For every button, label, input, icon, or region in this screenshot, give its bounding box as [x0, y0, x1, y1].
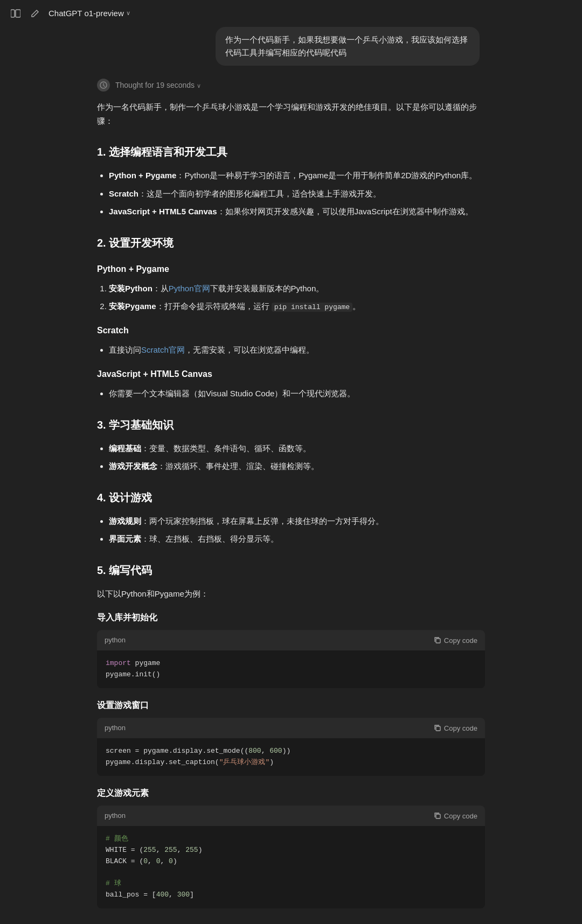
chevron-down-icon: ∨ [126, 9, 130, 18]
copy-code-button[interactable]: Copy code [434, 636, 477, 645]
code-line: # 球 [106, 878, 476, 890]
main-content: 作为一个代码新手，如果我想要做一个乒乓小游戏，我应该如何选择代码工具并编写相应的… [86, 27, 496, 924]
keyword: import [106, 659, 131, 667]
copy-code-button[interactable]: Copy code [434, 812, 477, 820]
code-block-3-header: python Copy code [97, 806, 485, 826]
section2-heading: 2. 设置开发环境 [97, 234, 485, 252]
code-block-3-body: # 颜色 WHITE = (255, 255, 255) BLACK = (0,… [97, 826, 485, 908]
thought-chevron-icon: ∨ [197, 82, 201, 89]
code-line: ball_pos = [400, 300] [106, 890, 476, 901]
code-line: # 颜色 [106, 834, 476, 845]
list-item: 安装Python：从Python官网下载并安装最新版本的Python。 [109, 282, 485, 296]
model-name: ChatGPT o1-preview [48, 7, 124, 20]
item-bold: 安装Python [109, 284, 153, 293]
item-bold: JavaScript + HTML5 Canvas [109, 207, 217, 216]
copy-code-button[interactable]: Copy code [434, 724, 477, 732]
item-bold: 编程基础 [109, 444, 141, 453]
svg-rect-1 [16, 10, 20, 17]
code-lang-label: python [105, 722, 126, 734]
section2-sub2-list: 直接访问Scratch官网，无需安装，可以在浏览器中编程。 [97, 343, 485, 357]
section3-heading: 3. 学习基础知识 [97, 416, 485, 434]
list-item: 游戏开发概念：游戏循环、事件处理、渲染、碰撞检测等。 [109, 459, 485, 473]
item-bold: Scratch [109, 189, 138, 198]
code-lang-label: python [105, 634, 126, 646]
code-line [106, 867, 476, 879]
inline-code: pip install pygame [272, 303, 352, 312]
svg-rect-5 [436, 814, 440, 818]
user-message: 作为一个代码新手，如果我想要做一个乒乓小游戏，我应该如何选择代码工具并编写相应的… [216, 27, 480, 66]
list-item: 直接访问Scratch官网，无需安装，可以在浏览器中编程。 [109, 343, 485, 357]
code-line: screen = pygame.display.set_mode((800, 6… [106, 746, 476, 757]
model-title[interactable]: ChatGPT o1-preview ∨ [48, 7, 130, 20]
list-item: Python + Pygame：Python是一种易于学习的语言，Pygame是… [109, 169, 485, 183]
scratch-link[interactable]: Scratch官网 [141, 345, 185, 354]
section1-heading: 1. 选择编程语言和开发工具 [97, 143, 485, 161]
section2-sub3-heading: JavaScript + HTML5 Canvas [97, 367, 485, 381]
code-section2-title: 设置游戏窗口 [97, 698, 485, 712]
code-section3-title: 定义游戏元素 [97, 786, 485, 800]
section2-sub1-list: 安装Python：从Python官网下载并安装最新版本的Python。 安装Py… [97, 282, 485, 314]
code-block-3: python Copy code # 颜色 WHITE = (255, 255,… [97, 806, 485, 908]
item-bold: 游戏开发概念 [109, 461, 157, 471]
code-lang-label: python [105, 810, 126, 822]
section4-list: 游戏规则：两个玩家控制挡板，球在屏幕上反弹，未接住球的一方对手得分。 界面元素：… [97, 514, 485, 546]
code-line: pygame.init() [106, 669, 476, 681]
section5-heading: 5. 编写代码 [97, 561, 485, 579]
code-line: pygame.display.set_caption("乒乓球小游戏") [106, 757, 476, 768]
app-header: ChatGPT o1-preview ∨ [0, 0, 582, 27]
code-line: WHITE = (255, 255, 255) [106, 845, 476, 856]
svg-rect-4 [436, 726, 440, 731]
list-item: 界面元素：球、左挡板、右挡板、得分显示等。 [109, 532, 485, 546]
list-item: JavaScript + HTML5 Canvas：如果你对网页开发感兴趣，可以… [109, 205, 485, 219]
code-block-1: python Copy code import pygame pygame.in… [97, 630, 485, 688]
list-item: 编程基础：变量、数据类型、条件语句、循环、函数等。 [109, 442, 485, 456]
code-block-2: python Copy code screen = pygame.display… [97, 718, 485, 776]
section2-sub2-heading: Scratch [97, 323, 485, 338]
edit-button[interactable] [28, 6, 42, 20]
section4-heading: 4. 设计游戏 [97, 488, 485, 507]
list-item: 安装Pygame：打开命令提示符或终端，运行 pip install pygam… [109, 299, 485, 313]
item-bold: 界面元素 [109, 534, 141, 543]
section5-intro: 以下以Python和Pygame为例： [97, 587, 485, 601]
section2-sub3-list: 你需要一个文本编辑器（如Visual Studio Code）和一个现代浏览器。 [97, 387, 485, 401]
code-block-2-header: python Copy code [97, 718, 485, 738]
thought-text[interactable]: Thought for 19 seconds ∨ [115, 79, 201, 91]
code-line: BLACK = (0, 0, 0) [106, 856, 476, 867]
svg-rect-0 [11, 10, 15, 17]
assistant-response: Thought for 19 seconds ∨ 作为一名代码新手，制作一个乒乓… [97, 79, 485, 908]
user-message-wrap: 作为一个代码新手，如果我想要做一个乒乓小游戏，我应该如何选择代码工具并编写相应的… [97, 27, 485, 66]
item-bold: 游戏规则 [109, 516, 141, 526]
item-bold: 安装Pygame [109, 302, 156, 311]
svg-rect-3 [436, 639, 440, 643]
code-block-2-body: screen = pygame.display.set_mode((800, 6… [97, 738, 485, 776]
thought-icon [97, 79, 110, 92]
section2-sub1-heading: Python + Pygame [97, 262, 485, 276]
section3-list: 编程基础：变量、数据类型、条件语句、循环、函数等。 游戏开发概念：游戏循环、事件… [97, 442, 485, 473]
python-link[interactable]: Python官网 [169, 284, 210, 293]
response-intro: 作为一名代码新手，制作一个乒乓球小游戏是一个学习编程和游戏开发的绝佳项目。以下是… [97, 100, 485, 128]
sidebar-toggle-button[interactable] [9, 6, 23, 20]
list-item: 你需要一个文本编辑器（如Visual Studio Code）和一个现代浏览器。 [109, 387, 485, 401]
section1-list: Python + Pygame：Python是一种易于学习的语言，Pygame是… [97, 169, 485, 219]
code-block-1-body: import pygame pygame.init() [97, 650, 485, 688]
list-item: Scratch：这是一个面向初学者的图形化编程工具，适合快速上手游戏开发。 [109, 187, 485, 201]
code-block-1-header: python Copy code [97, 630, 485, 650]
header-icons [9, 6, 42, 20]
item-bold: Python + Pygame [109, 171, 176, 180]
response-body: 作为一名代码新手，制作一个乒乓球小游戏是一个学习编程和游戏开发的绝佳项目。以下是… [97, 100, 485, 908]
thought-bar: Thought for 19 seconds ∨ [97, 79, 485, 92]
code-section1-title: 导入库并初始化 [97, 610, 485, 625]
code-line: import pygame [106, 658, 476, 669]
list-item: 游戏规则：两个玩家控制挡板，球在屏幕上反弹，未接住球的一方对手得分。 [109, 514, 485, 528]
